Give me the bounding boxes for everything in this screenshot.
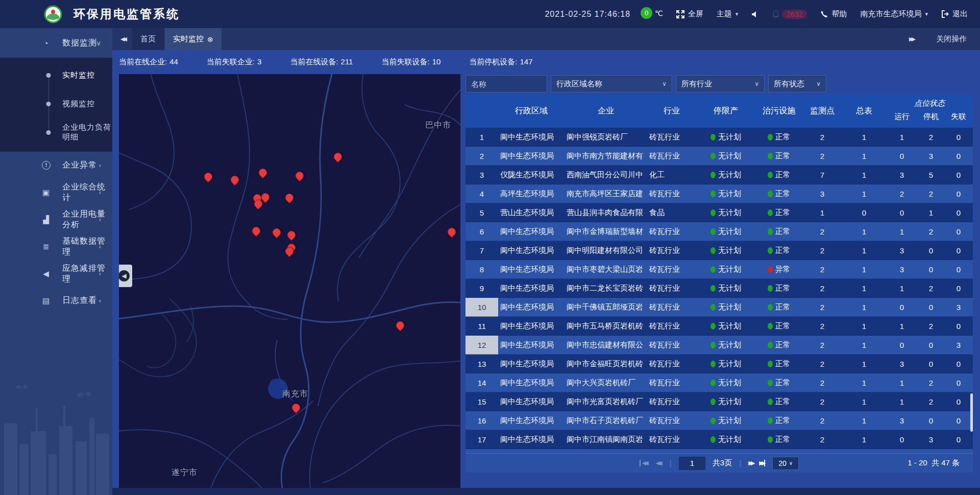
status-dot-icon [768,304,773,311]
run-cell: 3 [886,355,918,373]
close-tab-icon[interactable]: ⊗ [207,35,213,43]
sidebar-item-3[interactable]: ▟企业用电量分析‹ [0,206,112,233]
stop-cell: 0 [918,260,944,279]
table-row[interactable]: 7阆中生态环境局阆中明阳建材有限公司砖瓦行业无计划正常21300 [465,241,973,260]
name-search-input[interactable] [465,75,547,92]
status-dot-icon [768,323,773,329]
page-number-input[interactable]: 1 [679,457,705,470]
total-cell: 1 [842,184,886,203]
first-page-button[interactable]: ◀◀ [640,460,649,466]
org-dropdown[interactable]: 南充市生态环境局▾ [860,9,928,19]
stop-cell: 0 [918,298,944,317]
plan-cell: 无计划 [696,317,755,336]
tab-首页[interactable]: 首页 [132,28,164,50]
status-dot-icon [768,417,773,424]
tab-bar: ◀◀ 首页实时监控⊗ ▶▶ 关闭操作 [112,28,980,50]
table-row[interactable]: 18南部生态环境局南部县砖瓦有限公建材加工无计划正常50050 [465,449,973,453]
notifications-button[interactable]: 2632 [772,10,807,19]
table-scrollbar[interactable] [970,393,973,432]
sidebar-item-1[interactable]: !企业异常‹ [0,152,112,179]
run-cell: 3 [886,260,918,279]
skyline-decoration [0,378,112,495]
table-row[interactable]: 9阆中生态环境局阆中市二龙长宝页岩砖砖瓦行业无计划正常21120 [465,279,973,298]
table-row[interactable]: 8阆中生态环境局阆中市枣碧大梁山页岩砖瓦行业无计划异常21300 [465,260,973,279]
alert-circle-icon: ! [42,161,51,170]
region-cell: 阆中生态环境局 [498,355,565,373]
table-row[interactable]: 2阆中生态环境局阆中市南方节能建材有砖瓦行业无计划正常21030 [465,147,973,166]
close-operations-button[interactable]: 关闭操作 [936,34,967,44]
facility-label: 正常 [775,284,791,293]
status-dot-icon [710,304,716,311]
tabs-scroll-left-button[interactable]: ◀◀ [120,36,125,42]
sidebar-item-6[interactable]: ▤日志查看‹ [0,287,112,314]
table-panel: 行政区域名称 ∨ 所有行业 ∨ 所有状态 ∨ 行政区域 企业 行业 停限产 治污… [465,74,973,488]
points-cell: 2 [802,355,842,373]
status-dot-icon [768,436,773,443]
table-row[interactable]: 16阆中生态环境局阆中市石子页岩机砖厂砖瓦行业无计划正常21300 [465,411,973,430]
notification-count-badge: 2632 [782,10,807,19]
table-row[interactable]: 1阆中生态环境局阆中强锐页岩砖厂砖瓦行业无计划正常21120 [465,128,973,147]
facility-cell: 正常 [755,317,802,336]
next-page-button[interactable]: ▶▶ [748,460,755,466]
industry-select[interactable]: 所有行业 ∨ [676,75,765,92]
table-row[interactable]: 4高坪生态环境局南充市高坪区王家店建砖瓦行业无计划正常31220 [465,184,973,203]
status-dot-icon [768,342,773,348]
speaker-icon [751,11,758,18]
enterprise-cell: 阆中市忠信建材有限公 [565,336,647,355]
sidebar-item-0[interactable]: ◔数据监测∨ [0,28,112,58]
theme-dropdown[interactable]: 主题▾ [717,9,739,19]
table-row[interactable]: 10阆中生态环境局阆中千佛镇五郎垭页岩砖瓦行业无计划正常21003 [465,298,973,317]
sidebar-item-4[interactable]: ≣基础数据管理‹ [0,233,112,260]
col-header-plan: 停限产 [696,94,755,128]
table-row[interactable]: 3仪陇生态环境局西南油气田分公司川中化工无计划正常71350 [465,166,973,184]
status-stat: 当前失联企业:3 [207,57,262,67]
region-select[interactable]: 行政区域名称 ∨ [551,75,672,92]
table-row[interactable]: 12阆中生态环境局阆中市忠信建材有限公砖瓦行业无计划正常21003 [465,336,973,355]
table-row[interactable]: 5营山生态环境局营山县润丰肉食品有限食品无计划正常10010 [465,203,973,222]
facility-cell: 正常 [755,184,802,203]
stop-cell: 2 [918,222,944,241]
run-cell: 1 [886,317,918,336]
status-dot-icon [768,153,773,159]
logout-button[interactable]: 退出 [941,9,968,19]
chevron-down-icon: ∨ [789,460,793,466]
sidebar-subitem[interactable]: 企业电力负荷明细 [0,118,112,147]
status-select[interactable]: 所有状态 ∨ [768,75,826,92]
tabs: 首页实时监控⊗ [132,28,222,50]
table-row[interactable]: 6阆中生态环境局阆中市金博瑞新型墙材砖瓦行业无计划正常21120 [465,222,973,241]
sidebar-subitem[interactable]: 视频监控 [0,89,112,118]
sidebar-item-2[interactable]: ▣企业综合统计‹ [0,179,112,206]
map-collapse-button[interactable]: ◀ [119,265,132,287]
industry-cell: 砖瓦行业 [647,184,696,203]
points-cell: 2 [802,241,842,260]
row-index-cell: 10 [465,298,498,317]
sidebar-subitem[interactable]: 实时监控 [0,61,112,89]
sidebar-subitem-label: 实时监控 [62,70,95,80]
table-row[interactable]: 14阆中生态环境局阆中大兴页岩机砖厂砖瓦行业无计划正常21120 [465,373,973,392]
table-row[interactable]: 17阆中生态环境局阆中市江南镇阆南页岩砖瓦行业无计划正常21030 [465,430,973,449]
region-cell: 阆中生态环境局 [498,241,565,260]
mute-button[interactable] [751,11,758,18]
stop-cell: 0 [918,241,944,260]
status-stat-label: 当前失联企业: [207,57,255,66]
facility-label: 正常 [775,340,791,350]
table-row[interactable]: 11阆中生态环境局阆中市五马桥页岩机砖砖瓦行业无计划正常21120 [465,317,973,336]
temperature-badge: 0 [641,7,652,19]
tabs-scroll-right-button[interactable]: ▶▶ [909,36,914,42]
prev-page-button[interactable]: ◀◀ [656,460,663,466]
col-header-enterprise: 企业 [565,94,647,128]
map-city-label: 南充市 [282,389,308,399]
row-index-cell: 3 [465,166,498,184]
sidebar-menu: ◔数据监测∨实时监控视频监控企业电力负荷明细!企业异常‹▣企业综合统计‹▟企业用… [0,28,112,314]
sidebar-item-5[interactable]: ◀应急减排管理‹ [0,260,112,287]
help-button[interactable]: 帮助 [820,9,847,19]
map-panel[interactable]: 巴中市南充市遂宁市 ◀ [119,74,460,488]
table-row[interactable]: 13阆中生态环境局阆中市金福旺页岩机砖砖瓦行业无计划正常21300 [465,355,973,373]
page-size-select[interactable]: 20 ∨ [772,457,799,470]
last-page-button[interactable]: ▶▶ [759,460,765,466]
tab-实时监控[interactable]: 实时监控⊗ [165,28,222,50]
run-cell: 0 [886,298,918,317]
fullscreen-button[interactable]: 全屏 [676,9,703,19]
table-row[interactable]: 15阆中生态环境局阆中市光富页岩机砖厂砖瓦行业无计划正常21120 [465,392,973,411]
stop-cell: 2 [918,317,944,336]
